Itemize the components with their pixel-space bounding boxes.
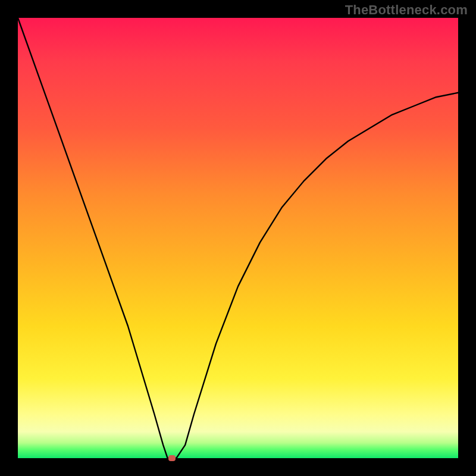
curve-path [18,18,458,458]
min-marker [168,455,176,461]
curve-svg [18,18,458,458]
chart-frame: TheBottleneck.com [0,0,476,476]
plot-area [18,18,458,458]
watermark-text: TheBottleneck.com [345,2,468,18]
